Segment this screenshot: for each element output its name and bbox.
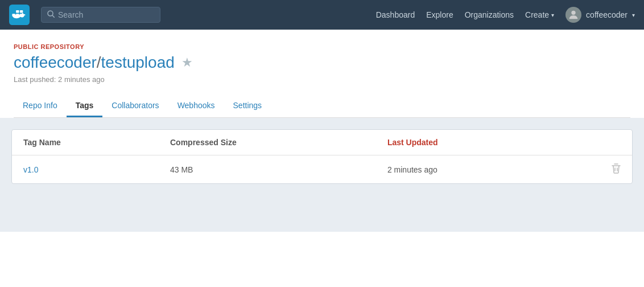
- explore-link[interactable]: Explore: [426, 10, 453, 19]
- search-box[interactable]: [41, 7, 160, 23]
- table-area: Tag Name Compressed Size Last Updated v1…: [0, 118, 644, 232]
- repo-slash: /: [97, 54, 101, 71]
- delete-tag-button[interactable]: [555, 155, 633, 184]
- col-header-compressed-size: Compressed Size: [159, 130, 376, 155]
- table-header-row: Tag Name Compressed Size Last Updated: [12, 130, 632, 155]
- avatar: [565, 7, 581, 23]
- tags-table-container: Tag Name Compressed Size Last Updated v1…: [11, 129, 633, 184]
- tags-table: Tag Name Compressed Size Last Updated v1…: [12, 130, 632, 183]
- col-header-last-updated: Last Updated: [376, 130, 555, 155]
- svg-point-8: [571, 11, 575, 15]
- create-dropdown[interactable]: Create ▾: [525, 10, 554, 19]
- search-icon: [47, 10, 55, 19]
- repo-title: coffeecoder/testupload ★: [14, 54, 630, 72]
- tab-repo-info[interactable]: Repo Info: [14, 95, 67, 117]
- repo-visibility-label: PUBLIC REPOSITORY: [14, 43, 630, 50]
- star-icon[interactable]: ★: [181, 55, 193, 70]
- create-caret-icon: ▾: [551, 12, 554, 18]
- repo-name-link[interactable]: testupload: [101, 54, 175, 71]
- repo-owner-link[interactable]: coffeecoder: [14, 54, 97, 71]
- tab-webhooks[interactable]: Webhooks: [168, 95, 224, 117]
- col-header-actions: [555, 130, 633, 155]
- compressed-size-cell: 43 MB: [159, 155, 376, 184]
- create-label: Create: [525, 10, 549, 19]
- repo-last-pushed: Last pushed: 2 minutes ago: [14, 75, 630, 84]
- svg-line-7: [52, 15, 55, 18]
- user-menu[interactable]: coffeecoder ▾: [565, 7, 635, 23]
- page-content: PUBLIC REPOSITORY coffeecoder/testupload…: [0, 30, 644, 118]
- tabs-bar: Repo Info Tags Collaborators Webhooks Se…: [14, 95, 630, 118]
- dashboard-link[interactable]: Dashboard: [376, 10, 415, 19]
- username-label: coffeecoder: [586, 10, 628, 19]
- docker-logo[interactable]: [9, 5, 30, 25]
- search-input[interactable]: [58, 10, 154, 19]
- col-header-tag-name: Tag Name: [12, 130, 159, 155]
- navbar: Dashboard Explore Organizations Create ▾…: [0, 0, 644, 30]
- last-updated-cell: 2 minutes ago: [376, 155, 555, 184]
- svg-rect-4: [16, 10, 19, 13]
- tab-collaborators[interactable]: Collaborators: [102, 95, 168, 117]
- tag-name-cell[interactable]: v1.0: [12, 155, 159, 184]
- organizations-link[interactable]: Organizations: [465, 10, 514, 19]
- svg-rect-5: [20, 10, 23, 13]
- user-caret-icon: ▾: [632, 12, 635, 18]
- trash-icon: [612, 163, 621, 174]
- tab-tags[interactable]: Tags: [67, 95, 103, 117]
- table-row: v1.0 43 MB 2 minutes ago: [12, 155, 632, 184]
- tab-settings[interactable]: Settings: [224, 95, 271, 117]
